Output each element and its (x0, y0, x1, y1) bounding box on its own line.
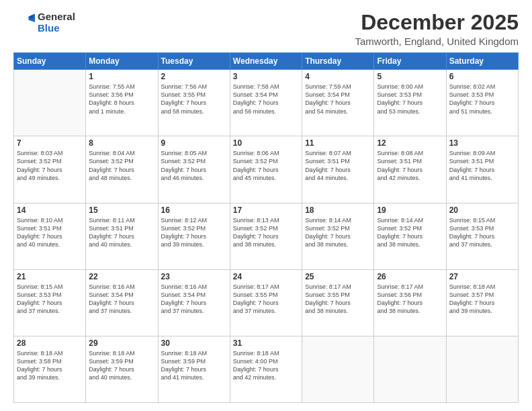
cell-content: Sunrise: 8:14 AM Sunset: 3:52 PM Dayligh… (305, 216, 371, 249)
calendar-cell: 29Sunrise: 8:18 AM Sunset: 3:59 PM Dayli… (86, 336, 158, 402)
day-number: 22 (89, 272, 154, 281)
calendar-cell: 3Sunrise: 7:58 AM Sunset: 3:54 PM Daylig… (230, 70, 302, 136)
cell-content: Sunrise: 8:11 AM Sunset: 3:51 PM Dayligh… (89, 216, 154, 249)
cell-content: Sunrise: 8:04 AM Sunset: 3:52 PM Dayligh… (89, 149, 154, 182)
calendar-cell: 9Sunrise: 8:05 AM Sunset: 3:52 PM Daylig… (158, 136, 230, 203)
week-row-5: 28Sunrise: 8:18 AM Sunset: 3:58 PM Dayli… (14, 336, 519, 402)
calendar-cell: 28Sunrise: 8:18 AM Sunset: 3:58 PM Dayli… (14, 336, 86, 402)
cell-content: Sunrise: 8:13 AM Sunset: 3:52 PM Dayligh… (233, 216, 299, 249)
day-number: 14 (17, 205, 83, 215)
cell-content: Sunrise: 8:02 AM Sunset: 3:53 PM Dayligh… (449, 83, 515, 116)
title-block: December 2025 Tamworth, England, United … (355, 11, 519, 47)
cell-content: Sunrise: 8:18 AM Sunset: 3:59 PM Dayligh… (89, 349, 154, 382)
weekday-header-thursday: Thursday (302, 53, 374, 70)
month-title: December 2025 (355, 11, 519, 34)
calendar-cell: 2Sunrise: 7:56 AM Sunset: 3:55 PM Daylig… (158, 70, 230, 136)
day-number: 11 (305, 138, 371, 148)
weekday-header-sunday: Sunday (14, 53, 86, 70)
day-number: 19 (377, 205, 443, 215)
day-number: 17 (233, 205, 299, 215)
page: General Blue December 2025 Tamworth, Eng… (0, 0, 532, 411)
cell-content: Sunrise: 7:56 AM Sunset: 3:55 PM Dayligh… (161, 83, 227, 116)
cell-content: Sunrise: 8:03 AM Sunset: 3:52 PM Dayligh… (17, 149, 83, 182)
day-number: 15 (89, 205, 154, 215)
calendar-cell: 6Sunrise: 8:02 AM Sunset: 3:53 PM Daylig… (446, 70, 518, 136)
cell-content: Sunrise: 8:17 AM Sunset: 3:56 PM Dayligh… (377, 283, 443, 316)
cell-content: Sunrise: 8:18 AM Sunset: 3:57 PM Dayligh… (449, 283, 515, 316)
calendar-cell: 16Sunrise: 8:12 AM Sunset: 3:52 PM Dayli… (158, 203, 230, 269)
cell-content: Sunrise: 8:16 AM Sunset: 3:54 PM Dayligh… (89, 283, 154, 316)
calendar-cell (446, 336, 518, 402)
day-number: 8 (89, 138, 154, 148)
calendar-cell: 17Sunrise: 8:13 AM Sunset: 3:52 PM Dayli… (230, 203, 302, 269)
calendar-cell: 1Sunrise: 7:55 AM Sunset: 3:56 PM Daylig… (86, 70, 158, 136)
day-number: 31 (233, 338, 299, 348)
calendar-cell: 25Sunrise: 8:17 AM Sunset: 3:55 PM Dayli… (302, 269, 374, 336)
cell-content: Sunrise: 8:05 AM Sunset: 3:52 PM Dayligh… (161, 149, 227, 182)
cell-content: Sunrise: 8:18 AM Sunset: 3:59 PM Dayligh… (161, 349, 227, 382)
cell-content: Sunrise: 7:58 AM Sunset: 3:54 PM Dayligh… (233, 83, 299, 116)
calendar-cell: 18Sunrise: 8:14 AM Sunset: 3:52 PM Dayli… (302, 203, 374, 269)
calendar-cell: 4Sunrise: 7:59 AM Sunset: 3:54 PM Daylig… (302, 70, 374, 136)
cell-content: Sunrise: 8:12 AM Sunset: 3:52 PM Dayligh… (161, 216, 227, 249)
day-number: 6 (449, 72, 515, 81)
cell-content: Sunrise: 8:18 AM Sunset: 3:58 PM Dayligh… (17, 349, 83, 382)
calendar-cell: 27Sunrise: 8:18 AM Sunset: 3:57 PM Dayli… (446, 269, 518, 336)
calendar-cell: 20Sunrise: 8:15 AM Sunset: 3:53 PM Dayli… (446, 203, 518, 269)
calendar-cell: 11Sunrise: 8:07 AM Sunset: 3:51 PM Dayli… (302, 136, 374, 203)
calendar-cell: 21Sunrise: 8:15 AM Sunset: 3:53 PM Dayli… (14, 269, 86, 336)
week-row-2: 7Sunrise: 8:03 AM Sunset: 3:52 PM Daylig… (14, 136, 519, 203)
calendar: SundayMondayTuesdayWednesdayThursdayFrid… (13, 52, 519, 403)
cell-content: Sunrise: 8:06 AM Sunset: 3:52 PM Dayligh… (233, 149, 299, 182)
cell-content: Sunrise: 8:16 AM Sunset: 3:54 PM Dayligh… (161, 283, 227, 316)
day-number: 29 (89, 338, 154, 348)
weekday-header-wednesday: Wednesday (230, 53, 302, 70)
calendar-cell (302, 336, 374, 402)
day-number: 3 (233, 72, 299, 81)
cell-content: Sunrise: 8:18 AM Sunset: 4:00 PM Dayligh… (233, 349, 299, 382)
calendar-cell: 15Sunrise: 8:11 AM Sunset: 3:51 PM Dayli… (86, 203, 158, 269)
cell-content: Sunrise: 8:07 AM Sunset: 3:51 PM Dayligh… (305, 149, 371, 182)
calendar-cell: 7Sunrise: 8:03 AM Sunset: 3:52 PM Daylig… (14, 136, 86, 203)
week-row-1: 1Sunrise: 7:55 AM Sunset: 3:56 PM Daylig… (14, 70, 519, 136)
weekday-header-row: SundayMondayTuesdayWednesdayThursdayFrid… (14, 53, 519, 70)
cell-content: Sunrise: 8:00 AM Sunset: 3:53 PM Dayligh… (377, 83, 443, 116)
header: General Blue December 2025 Tamworth, Eng… (13, 11, 519, 47)
calendar-cell: 13Sunrise: 8:09 AM Sunset: 3:51 PM Dayli… (446, 136, 518, 203)
cell-content: Sunrise: 8:17 AM Sunset: 3:55 PM Dayligh… (305, 283, 371, 316)
cell-content: Sunrise: 8:15 AM Sunset: 3:53 PM Dayligh… (17, 283, 83, 316)
week-row-4: 21Sunrise: 8:15 AM Sunset: 3:53 PM Dayli… (14, 269, 519, 336)
day-number: 5 (377, 72, 443, 81)
calendar-cell: 24Sunrise: 8:17 AM Sunset: 3:55 PM Dayli… (230, 269, 302, 336)
cell-content: Sunrise: 8:14 AM Sunset: 3:52 PM Dayligh… (377, 216, 443, 249)
day-number: 12 (377, 138, 443, 148)
day-number: 30 (161, 338, 227, 348)
day-number: 28 (17, 338, 83, 348)
cell-content: Sunrise: 8:08 AM Sunset: 3:51 PM Dayligh… (377, 149, 443, 182)
day-number: 20 (449, 205, 515, 215)
calendar-cell: 31Sunrise: 8:18 AM Sunset: 4:00 PM Dayli… (230, 336, 302, 402)
day-number: 2 (161, 72, 227, 81)
logo-bird-icon (13, 11, 35, 33)
day-number: 10 (233, 138, 299, 148)
cell-content: Sunrise: 8:15 AM Sunset: 3:53 PM Dayligh… (449, 216, 515, 249)
cell-content: Sunrise: 7:55 AM Sunset: 3:56 PM Dayligh… (89, 83, 154, 116)
day-number: 1 (89, 72, 154, 81)
calendar-cell: 30Sunrise: 8:18 AM Sunset: 3:59 PM Dayli… (158, 336, 230, 402)
cell-content: Sunrise: 8:09 AM Sunset: 3:51 PM Dayligh… (449, 149, 515, 182)
location: Tamworth, England, United Kingdom (355, 36, 519, 47)
day-number: 9 (161, 138, 227, 148)
weekday-header-friday: Friday (374, 53, 446, 70)
day-number: 25 (305, 272, 371, 281)
day-number: 24 (233, 272, 299, 281)
day-number: 21 (17, 272, 83, 281)
cell-content: Sunrise: 7:59 AM Sunset: 3:54 PM Dayligh… (305, 83, 371, 116)
day-number: 26 (377, 272, 443, 281)
day-number: 16 (161, 205, 227, 215)
day-number: 23 (161, 272, 227, 281)
day-number: 13 (449, 138, 515, 148)
calendar-cell: 12Sunrise: 8:08 AM Sunset: 3:51 PM Dayli… (374, 136, 446, 203)
logo-general: General (38, 11, 75, 22)
calendar-cell (14, 70, 86, 136)
day-number: 7 (17, 138, 83, 148)
